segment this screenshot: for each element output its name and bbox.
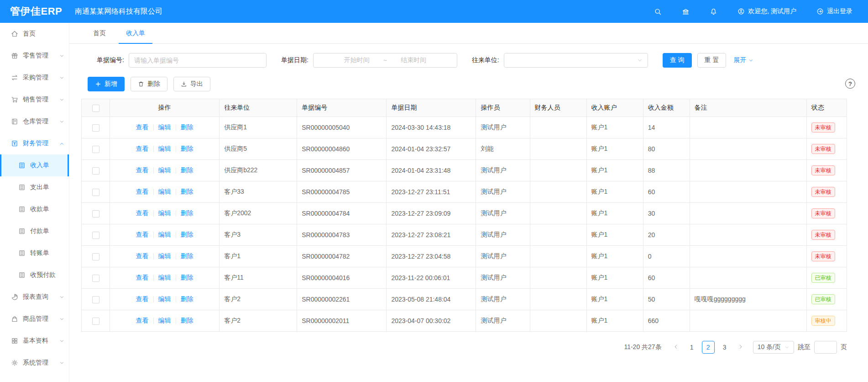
- search-button[interactable]: 查 询: [663, 53, 692, 68]
- edit-link[interactable]: 编辑: [158, 209, 171, 217]
- cell-amount: 0: [643, 246, 690, 267]
- cell-amount: 14: [643, 117, 690, 138]
- delete-link[interactable]: 删除: [181, 166, 193, 174]
- edit-link[interactable]: 编辑: [158, 123, 171, 131]
- view-link[interactable]: 查看: [136, 231, 149, 238]
- edit-link[interactable]: 编辑: [158, 252, 171, 260]
- help-icon[interactable]: ?: [845, 79, 855, 89]
- view-link[interactable]: 查看: [136, 145, 149, 152]
- table-header-row: 操作 往来单位 单据编号 单据日期 操作员 财务人员 收入账户 收入金额 备注 …: [82, 99, 847, 117]
- cell-date: 2023-04-07 00:30:02: [387, 310, 476, 332]
- row-checkbox[interactable]: [92, 189, 99, 196]
- row-checkbox[interactable]: [92, 124, 99, 132]
- delete-link[interactable]: 删除: [181, 317, 193, 324]
- user-menu[interactable]: 欢迎您, 测试用户: [737, 7, 796, 16]
- logout-label: 退出登录: [827, 7, 852, 16]
- row-checkbox[interactable]: [92, 296, 99, 303]
- tab-income-bill[interactable]: 收入单: [116, 23, 155, 43]
- view-link[interactable]: 查看: [136, 295, 149, 302]
- prev-page-button[interactable]: [670, 341, 682, 354]
- search-icon[interactable]: [654, 8, 662, 16]
- edit-link[interactable]: 编辑: [158, 274, 171, 281]
- reset-button[interactable]: 重 置: [697, 53, 727, 68]
- view-link[interactable]: 查看: [136, 252, 149, 260]
- delete-link[interactable]: 删除: [181, 274, 193, 281]
- row-checkbox[interactable]: [92, 253, 99, 260]
- tab-home[interactable]: 首页: [83, 23, 116, 43]
- delete-link[interactable]: 删除: [181, 145, 193, 152]
- row-checkbox[interactable]: [92, 146, 99, 153]
- delete-link[interactable]: 删除: [181, 295, 193, 302]
- delete-button[interactable]: 删除: [131, 77, 167, 91]
- edit-link[interactable]: 编辑: [158, 166, 171, 174]
- sidebar-item-retail[interactable]: 零售管理: [0, 45, 69, 67]
- select-all-checkbox[interactable]: [92, 105, 99, 112]
- sidebar-item-receipt-bill[interactable]: 收款单: [0, 198, 69, 220]
- bell-icon[interactable]: [710, 8, 717, 16]
- retail-icon: [11, 52, 18, 59]
- edit-link[interactable]: 编辑: [158, 317, 171, 324]
- cell-finance: [530, 246, 586, 267]
- sidebar-item-purchase[interactable]: 采购管理: [0, 67, 69, 89]
- add-button[interactable]: 新增: [88, 77, 125, 91]
- view-link[interactable]: 查看: [136, 166, 149, 174]
- edit-link[interactable]: 编辑: [158, 145, 171, 152]
- sidebar-item-sales[interactable]: 销售管理: [0, 89, 69, 111]
- chevron-right-icon: [738, 344, 743, 351]
- sidebar-item-prepaid[interactable]: 收预付款: [0, 264, 69, 286]
- sidebar-item-warehouse[interactable]: 仓库管理: [0, 111, 69, 133]
- jump-label: 跳至: [798, 343, 810, 351]
- status-cell: 未审核: [806, 203, 847, 224]
- sidebar-item-payment-bill[interactable]: 付款单: [0, 220, 69, 242]
- cell-bill_no: SR00000002011: [297, 310, 387, 332]
- divider: [153, 232, 154, 238]
- view-link[interactable]: 查看: [136, 123, 149, 131]
- view-link[interactable]: 查看: [136, 188, 149, 195]
- delete-link[interactable]: 删除: [181, 252, 193, 260]
- page-button-1[interactable]: 1: [685, 341, 698, 354]
- cell-amount: 50: [643, 289, 690, 310]
- sidebar-item-transfer-bill[interactable]: 转账单: [0, 242, 69, 264]
- partner-select[interactable]: [504, 53, 648, 68]
- bill-no-input[interactable]: [129, 53, 267, 68]
- cell-finance: [530, 160, 586, 181]
- sidebar-item-home[interactable]: 首页: [0, 23, 69, 45]
- delete-link[interactable]: 删除: [181, 209, 193, 217]
- delete-link[interactable]: 删除: [181, 188, 193, 195]
- export-button[interactable]: 导出: [173, 77, 210, 91]
- page-size-select[interactable]: 10 条/页: [753, 341, 794, 354]
- row-checkbox[interactable]: [92, 275, 99, 282]
- sidebar-item-basic[interactable]: 基本资料: [0, 330, 69, 352]
- delete-link[interactable]: 删除: [181, 231, 193, 238]
- row-checkbox[interactable]: [92, 232, 99, 239]
- sidebar-item-income-bill[interactable]: 收入单: [0, 154, 69, 176]
- view-link[interactable]: 查看: [136, 209, 149, 217]
- edit-link[interactable]: 编辑: [158, 231, 171, 238]
- date-range-picker[interactable]: 开始时间 ~ 结束时间: [313, 53, 457, 68]
- row-checkbox[interactable]: [92, 210, 99, 218]
- cell-finance: [530, 117, 586, 138]
- row-checkbox[interactable]: [92, 167, 99, 175]
- view-link[interactable]: 查看: [136, 317, 149, 324]
- logout-button[interactable]: 退出登录: [816, 7, 852, 16]
- sidebar-item-report[interactable]: 报表查询: [0, 286, 69, 308]
- bank-icon[interactable]: [682, 8, 690, 16]
- edit-link[interactable]: 编辑: [158, 295, 171, 302]
- status-cell: 未审核: [806, 181, 847, 203]
- page-button-2[interactable]: 2: [702, 341, 715, 354]
- sidebar-item-expense-bill[interactable]: 支出单: [0, 176, 69, 198]
- expand-link[interactable]: 展开: [733, 56, 753, 64]
- ops-cell: 查看编辑删除: [110, 181, 220, 203]
- jump-page-input[interactable]: [814, 341, 837, 354]
- next-page-button[interactable]: [735, 341, 747, 354]
- page-button-3[interactable]: 3: [718, 341, 731, 354]
- row-checkbox[interactable]: [92, 318, 99, 325]
- sidebar-item-system[interactable]: 系统管理: [0, 352, 69, 374]
- cell-amount: 20: [643, 224, 690, 246]
- edit-link[interactable]: 编辑: [158, 188, 171, 195]
- sidebar-item-finance[interactable]: 财务管理: [0, 133, 69, 154]
- sidebar-item-goods[interactable]: 商品管理: [0, 308, 69, 330]
- cell-date: 2023-11-22 00:06:01: [387, 267, 476, 289]
- delete-link[interactable]: 删除: [181, 123, 193, 131]
- view-link[interactable]: 查看: [136, 274, 149, 281]
